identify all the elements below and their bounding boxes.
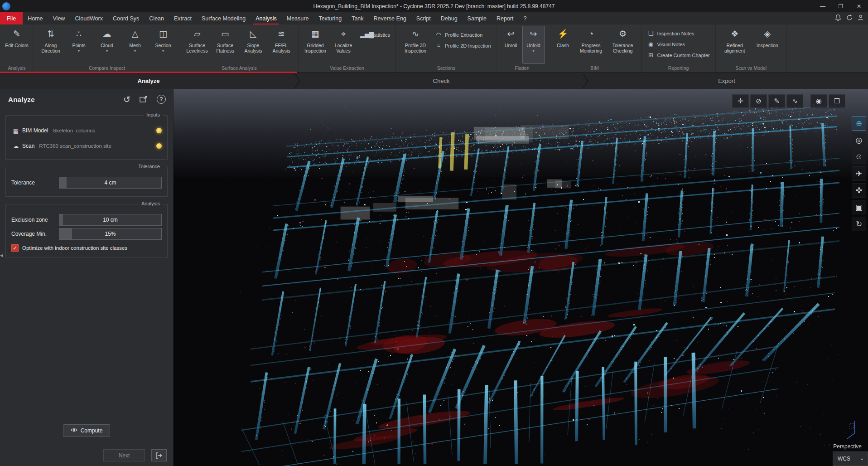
step-chevron-icon (582, 73, 589, 89)
projection-label[interactable]: Perspective (833, 443, 862, 450)
along-direction-button[interactable]: ⇅ Along Direction (37, 26, 65, 64)
inspection-notes-button[interactable]: ❏ Inspection Notes (647, 30, 694, 37)
skip-to-export-button[interactable] (151, 449, 167, 461)
compute-button[interactable]: Compute (63, 424, 110, 437)
profile-3d-inspection-button[interactable]: ∿ Profile 3D Inspection (399, 26, 432, 64)
tab-report[interactable]: Report (492, 12, 519, 24)
tab-measure[interactable]: Measure (282, 12, 314, 24)
exclusion-zone-input[interactable]: 10 cm (59, 214, 162, 226)
unfold-button[interactable]: ↪ Unfold ▾ (522, 26, 545, 64)
profile-extraction-button[interactable]: ◠ Profile Extraction (435, 31, 482, 38)
open-report-icon[interactable] (140, 95, 148, 104)
refined-alignment-icon: ❖ (731, 29, 738, 41)
notifications-bell-icon[interactable] (835, 14, 841, 23)
bim-model-row[interactable]: ▦ BIM Model Skeleton_columns (11, 123, 162, 138)
mesh-button[interactable]: △ Mesh ▾ (121, 26, 149, 64)
coverage-min-input[interactable]: 15% (59, 228, 162, 240)
surface-flatness-button[interactable]: ▭ Surface Flatness (211, 26, 239, 64)
scan-row[interactable]: ☁ Scan RTC360 scan_construction site (11, 138, 162, 154)
tab-tank[interactable]: Tank (347, 12, 368, 24)
file-menu-button[interactable]: File (0, 12, 23, 24)
ribbon-group-label: Reporting (643, 65, 714, 73)
visibility-bulb-icon[interactable] (156, 143, 162, 149)
ribbon-group-analysis: ✎ Edit Colors Analysis (0, 24, 34, 73)
points-button[interactable]: ∴ Points ▾ (65, 26, 93, 64)
constrained-orbit-icon[interactable]: ◎ (852, 133, 866, 147)
step-analyze[interactable]: Analyze (0, 73, 297, 89)
tab-script[interactable]: Script (411, 12, 436, 24)
tolerance-input[interactable]: 4 cm (59, 177, 162, 189)
section-box-icon[interactable]: ▣ (852, 200, 866, 214)
clipping-icon[interactable]: ⊘ (750, 94, 767, 108)
ribbon-group-flatten: ↩ Unroll ↪ Unfold ▾ Flatten (497, 24, 548, 73)
titlebar: Hexagon_Building_BIM Inspection* - Cyclo… (0, 0, 868, 12)
gridded-inspection-button[interactable]: ▦ Gridded Inspection (301, 26, 329, 64)
section-icon: ◫ (159, 29, 167, 41)
edit-colors-button[interactable]: ✎ Edit Colors (3, 26, 31, 64)
localize-values-button[interactable]: ⌖ Localize Values (329, 26, 357, 64)
viewport-3d[interactable]: ✛ ⊘ ✎ ∿ ◉ ❒ ⊕ ◎ ☺ ✈ ✜ ▣ ↻ Perspective WC… (174, 89, 868, 466)
fffl-analysis-button[interactable]: ≋ FF/FL Analysis (267, 26, 295, 64)
fly-mode-icon[interactable]: ✈ (852, 166, 866, 181)
surface-levelness-button[interactable]: ▱ Surface Levelness (183, 26, 211, 64)
statistics-button[interactable]: ▂▅▇ Statistics (360, 31, 390, 38)
wcs-selector[interactable]: WCS ▴ (833, 451, 868, 466)
slope-analysis-icon: ◺ (250, 29, 257, 41)
tab-extract[interactable]: Extract (169, 12, 197, 24)
tab-reverse-eng[interactable]: Reverse Eng (369, 12, 411, 24)
tab-coord-sys[interactable]: Coord Sys (108, 12, 144, 24)
pivot-icon[interactable]: ✜ (852, 183, 866, 198)
slope-analysis-button[interactable]: ◺ Slope Analysis (239, 26, 267, 64)
cloud-button[interactable]: ☁ Cloud ▾ (93, 26, 121, 64)
tab-view[interactable]: View (48, 12, 70, 24)
rotate-view-icon[interactable]: ↻ (852, 217, 866, 231)
section-button[interactable]: ◫ Section ▾ (149, 26, 177, 64)
account-icon[interactable] (858, 15, 863, 23)
tab-analysis[interactable]: Analysis (251, 12, 282, 24)
refined-alignment-button[interactable]: ❖ Refined alignment (719, 26, 751, 64)
add-target-icon[interactable]: ✛ (732, 94, 749, 108)
history-icon[interactable]: ↺ (123, 95, 130, 104)
create-custom-chapter-button[interactable]: ⊞ Create Custom Chapter (647, 52, 710, 58)
point-cloud-canvas[interactable] (174, 89, 868, 466)
chevron-up-icon: ▴ (861, 456, 863, 461)
tolerance-checking-button[interactable]: ⚙ Tolerance Checking (607, 26, 639, 64)
analysis-group: Analysis Exclusion zone 10 cm Coverage M… (5, 204, 168, 257)
visual-notes-button[interactable]: ◉ Visual Notes (647, 41, 685, 48)
gridded-inspection-icon: ▦ (311, 29, 319, 41)
clash-button[interactable]: ⚡ Clash (551, 26, 575, 64)
preview-eye-icon (71, 427, 77, 434)
tolerance-group: Tolerance Tolerance 4 cm (5, 167, 168, 197)
clash-icon: ⚡ (558, 29, 569, 41)
profile-icon[interactable]: ∿ (786, 94, 803, 108)
unroll-button[interactable]: ↩ Unroll (500, 26, 522, 64)
sync-icon[interactable] (846, 15, 853, 23)
help-icon[interactable]: ? (157, 95, 166, 104)
tab-debug[interactable]: Debug (436, 12, 463, 24)
minimize-button[interactable]: — (814, 0, 832, 12)
visibility-bulb-icon[interactable] (156, 128, 162, 133)
tab-texturing[interactable]: Texturing (313, 12, 347, 24)
restore-button[interactable]: ❐ (832, 0, 850, 12)
tab-surface-modeling[interactable]: Surface Modeling (197, 12, 251, 24)
tab-home[interactable]: Home (23, 12, 48, 24)
sketch-icon[interactable]: ✎ (768, 94, 785, 108)
progress-monitoring-button[interactable]: ◔ Progress Monitoring (575, 26, 607, 64)
inspection-button[interactable]: ◈ Inspection (751, 26, 784, 64)
ribbon: ✎ Edit Colors Analysis ⇅ Along Direction… (0, 24, 868, 73)
orbit-icon[interactable]: ⊕ (852, 116, 866, 131)
camera-icon[interactable]: ◉ (810, 94, 827, 108)
walkthrough-icon[interactable]: ☺ (852, 150, 866, 164)
tab-clean[interactable]: Clean (144, 12, 169, 24)
step-check[interactable]: Check (297, 73, 585, 89)
profile-2d-inspection-button[interactable]: ≈ Profile 2D Inspection (435, 42, 491, 49)
tab-cloudworx[interactable]: CloudWorx (70, 12, 108, 24)
step-export[interactable]: Export (585, 73, 868, 89)
tab-help[interactable]: ? (519, 12, 532, 24)
next-button[interactable]: Next (103, 449, 145, 461)
views-icon[interactable]: ❒ (829, 94, 845, 108)
optimize-checkbox[interactable]: ✓ (11, 244, 19, 252)
panel-collapse-handle[interactable]: ◂ (0, 252, 3, 258)
tab-sample[interactable]: Sample (463, 12, 492, 24)
close-button[interactable]: ✕ (850, 0, 868, 12)
